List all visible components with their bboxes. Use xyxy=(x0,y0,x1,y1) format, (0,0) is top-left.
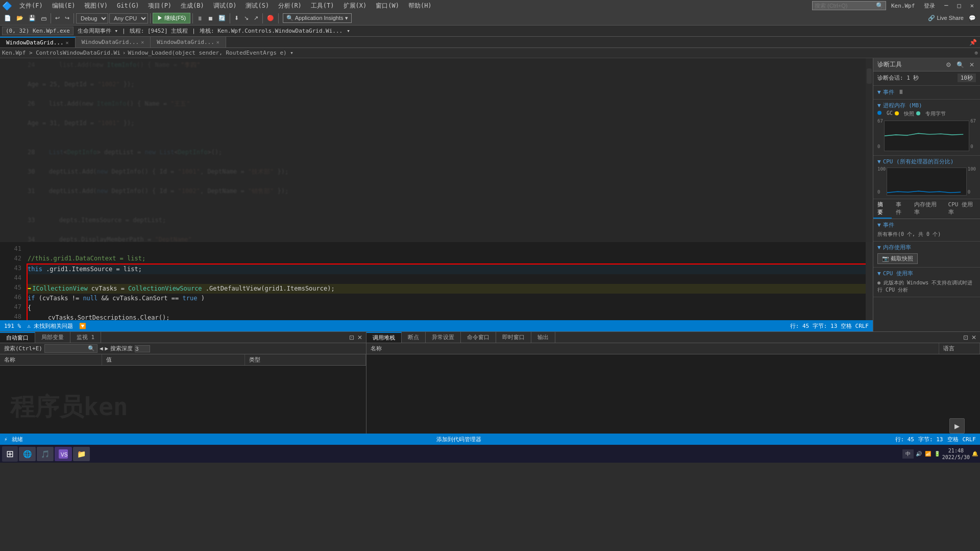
mem-detail-expand[interactable]: ▼ xyxy=(877,244,881,251)
command-tab[interactable]: 命令窗口 xyxy=(461,332,496,343)
toolbar-redo[interactable]: ↪ xyxy=(63,14,71,22)
menu-view[interactable]: 视图(V) xyxy=(80,1,112,11)
pin-tab-icon[interactable]: 📌 xyxy=(966,37,980,47)
call-stack-icons: ⊡ ✕ xyxy=(960,332,980,343)
code-editor[interactable]: 24 list.Add(new ItemInfo() { Name = "李四"… xyxy=(0,58,873,331)
search-box[interactable]: 🔍 xyxy=(812,1,886,10)
call-name-col: 名称 xyxy=(366,343,939,354)
auto-search-input[interactable] xyxy=(47,346,88,352)
menu-extensions[interactable]: 扩展(X) xyxy=(339,1,371,11)
zoom-level: 191 % xyxy=(4,323,21,329)
taskbar-vs[interactable]: VS xyxy=(55,447,72,461)
locals-tab[interactable]: 局部变量 xyxy=(35,332,70,343)
auto-content: 程序员ken xyxy=(0,366,366,434)
toolbar-restart[interactable]: 🔄 xyxy=(216,14,228,22)
exceptions-tab[interactable]: 异常设置 xyxy=(426,332,461,343)
cpu-expand[interactable]: ▼ xyxy=(877,158,881,165)
toolbar-step-into[interactable]: ↘ xyxy=(242,14,251,22)
depth-input[interactable] xyxy=(135,345,150,352)
file-tab-0-close[interactable]: ✕ xyxy=(66,40,69,45)
toolbar-step-over[interactable]: ⬇ xyxy=(232,14,241,22)
cpu-select[interactable]: Any CPU xyxy=(109,13,148,23)
cpu-chart-svg xyxy=(887,168,966,195)
menu-help[interactable]: 帮助(H) xyxy=(404,1,436,11)
auto-window-close[interactable]: ✕ xyxy=(356,333,364,342)
output-tab[interactable]: 输出 xyxy=(531,332,555,343)
snapshot-button[interactable]: 📷 截取快照 xyxy=(877,253,918,264)
menu-edit[interactable]: 编辑(E) xyxy=(48,1,80,11)
menu-git[interactable]: Git(G) xyxy=(113,1,143,10)
panel-settings-btn[interactable]: ⚙ xyxy=(944,61,953,69)
menu-file[interactable]: 文件(F) xyxy=(15,1,47,11)
menu-debug[interactable]: 调试(D) xyxy=(209,1,241,11)
toolbar-breakpoints[interactable]: 🔴 xyxy=(265,14,276,22)
login-btn[interactable]: 登录 xyxy=(920,2,939,10)
events-expand[interactable]: ▼ xyxy=(877,89,881,95)
back-btn[interactable]: ◀ xyxy=(100,345,103,352)
search-input[interactable] xyxy=(815,3,876,9)
run-button[interactable]: ▶ 继续(F5) xyxy=(153,13,190,23)
auto-window-float[interactable]: ⊡ xyxy=(348,333,356,342)
menu-build[interactable]: 生成(B) xyxy=(177,1,208,11)
diag-tab-events[interactable]: 事件 xyxy=(892,199,910,219)
panel-zoom-in-btn[interactable]: 🔍 xyxy=(955,61,966,69)
taskbar-notification[interactable]: 🔔 xyxy=(972,451,978,457)
filter-icon[interactable]: 🔽 xyxy=(79,323,86,329)
toolbar-undo[interactable]: ↩ xyxy=(53,14,62,22)
memory-expand[interactable]: ▼ xyxy=(877,102,881,109)
add-code-manager[interactable]: 添加到代码管理器 xyxy=(436,436,481,443)
events-detail-expand[interactable]: ▼ xyxy=(877,222,881,228)
app-insights-button[interactable]: 🔍 Application Insights ▾ xyxy=(283,13,351,23)
expand-icon[interactable]: ⊕ xyxy=(974,50,978,56)
file-tab-0[interactable]: WindowDataGrid... ✕ xyxy=(0,37,76,47)
window-close[interactable]: ✕ xyxy=(966,2,978,9)
expand-btn[interactable]: ▶ xyxy=(949,418,965,434)
start-button[interactable]: ⊞ xyxy=(2,446,18,462)
auto-search-box[interactable]: 🔍 xyxy=(44,344,97,353)
toolbar-pause[interactable]: ⏸ xyxy=(195,14,205,22)
file-tab-2-close[interactable]: ✕ xyxy=(216,39,219,45)
toolbar-save[interactable]: 💾 xyxy=(27,14,38,22)
debug-config-select[interactable]: Debug xyxy=(76,13,108,23)
toolbar-stop[interactable]: ⏹ xyxy=(206,14,215,22)
toolbar-open[interactable]: 📂 xyxy=(14,14,26,22)
menu-tools[interactable]: 工具(T) xyxy=(307,1,338,11)
diag-tab-cpu[interactable]: CPU 使用率 xyxy=(944,199,980,219)
taskbar-music[interactable]: 🎵 xyxy=(37,447,54,461)
taskbar-explorer[interactable]: 📁 xyxy=(73,447,90,461)
forward-btn[interactable]: ▶ xyxy=(105,345,109,352)
expand-arrow-btn[interactable]: ▶ xyxy=(949,418,965,434)
cpu-detail-expand[interactable]: ▼ xyxy=(877,270,881,277)
toolbar-save-all[interactable]: 🗃 xyxy=(39,14,48,22)
method-dropdown[interactable]: Window_Loaded(object sender, RoutedEvent… xyxy=(128,50,293,56)
breakpoints-tab[interactable]: 断点 xyxy=(402,332,426,343)
live-share-button[interactable]: 🔗 Live Share xyxy=(926,14,966,22)
window-restore[interactable]: □ xyxy=(953,2,965,9)
watch1-tab[interactable]: 监视 1 xyxy=(70,332,101,343)
panel-close-btn[interactable]: ✕ xyxy=(968,61,976,69)
memory-title: ▼ 进程内存 (MB) xyxy=(877,102,976,109)
file-tab-1[interactable]: WindowDataGrid... ✕ xyxy=(76,37,151,47)
call-stack-close[interactable]: ✕ xyxy=(970,333,978,342)
menu-analyze[interactable]: 分析(R) xyxy=(274,1,306,11)
feedback-button[interactable]: 💬 xyxy=(967,14,978,22)
debug-position: (0, 32) Ken.Wpf.exe xyxy=(2,27,74,35)
menu-window[interactable]: 窗口(W) xyxy=(372,1,403,11)
call-stack-tab[interactable]: 调用堆栈 xyxy=(366,332,402,343)
events-pause-btn[interactable]: ⏸ xyxy=(896,88,905,96)
toolbar-step-out[interactable]: ↗ xyxy=(252,14,260,22)
toolbar-new[interactable]: 📄 xyxy=(2,14,13,22)
immediate-tab[interactable]: 即时窗口 xyxy=(496,332,531,343)
menu-test[interactable]: 测试(S) xyxy=(241,1,273,11)
file-tab-1-close[interactable]: ✕ xyxy=(141,39,144,45)
debug-dropdown-icon[interactable]: ▾ xyxy=(347,28,350,34)
call-stack-float[interactable]: ⊡ xyxy=(962,333,970,342)
diag-tab-memory[interactable]: 内存使用率 xyxy=(910,199,944,219)
auto-window-tab[interactable]: 自动窗口 xyxy=(0,332,35,343)
window-minimize[interactable]: ─ xyxy=(940,2,952,9)
file-tab-2[interactable]: WindowDataGrid... ✕ xyxy=(151,37,226,47)
menu-project[interactable]: 项目(P) xyxy=(144,1,176,11)
taskbar-browser[interactable]: 🌐 xyxy=(19,447,36,461)
diag-tab-summary[interactable]: 摘要 xyxy=(873,199,892,219)
memory-section: ▼ 进程内存 (MB) GC 快照 专用字节 67 xyxy=(873,100,980,156)
